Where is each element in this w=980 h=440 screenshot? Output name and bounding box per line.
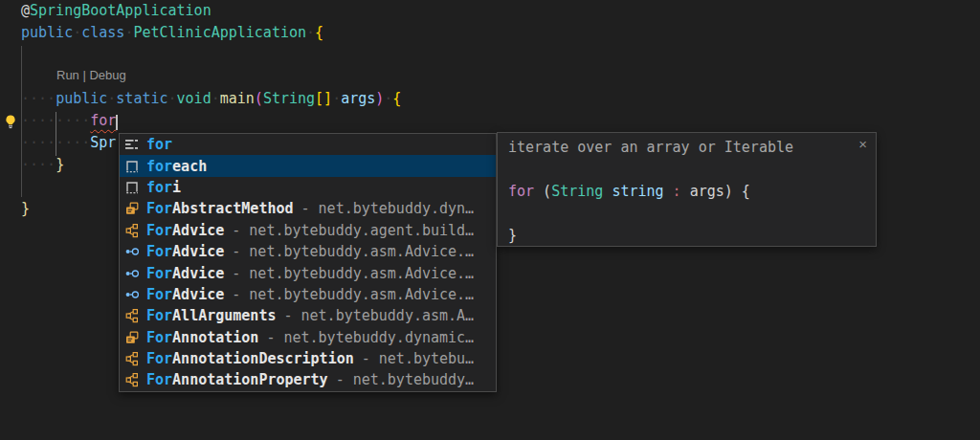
snippet-icon bbox=[124, 159, 140, 174]
suggestion-item[interactable]: ForAnnotation- net.bytebuddy.dynamic… bbox=[120, 327, 496, 348]
code-token: · bbox=[332, 90, 341, 107]
class-icon bbox=[124, 201, 140, 216]
code-token: [] bbox=[315, 90, 332, 107]
suggestion-label: fori bbox=[146, 179, 181, 196]
code-token: static bbox=[116, 90, 167, 107]
suggestion-item[interactable]: ForAnnotationDescription- net.bytebu… bbox=[120, 348, 496, 369]
enum-member-icon bbox=[124, 287, 140, 302]
enum-icon bbox=[124, 308, 140, 323]
suggestion-label: ForAnnotation bbox=[146, 329, 258, 346]
code-token: args bbox=[341, 90, 375, 107]
keyword-icon bbox=[124, 137, 140, 152]
enum-icon bbox=[124, 351, 140, 366]
suggestion-detail: - net.bytebuddy.asm.Advice.… bbox=[232, 243, 474, 260]
snippet-icon bbox=[124, 180, 140, 195]
codelens-separator: | bbox=[79, 68, 90, 82]
code-token: public bbox=[56, 90, 107, 107]
enum-icon bbox=[124, 372, 140, 387]
code-line: @SpringBootApplication bbox=[21, 2, 212, 24]
code-token: @ bbox=[21, 2, 30, 19]
suggestion-label: ForAdvice bbox=[146, 222, 224, 239]
suggestion-item[interactable]: ForAdvice- net.bytebuddy.asm.Advice.… bbox=[120, 262, 496, 283]
lightbulb-icon[interactable] bbox=[3, 114, 18, 129]
class-icon bbox=[124, 330, 140, 345]
enum-member-icon bbox=[124, 266, 140, 281]
code-token: } bbox=[56, 156, 64, 173]
code-token: main bbox=[220, 90, 255, 107]
code-line: public·class·PetClinicApplication·{ bbox=[21, 24, 323, 46]
suggest-list: forforeachforiForAbstractMethod- net.byt… bbox=[120, 134, 496, 391]
code-token: class bbox=[81, 24, 124, 41]
code-token: SpringBootApplication bbox=[30, 2, 212, 19]
code-line: ········Spr bbox=[21, 134, 116, 156]
close-icon[interactable]: × bbox=[858, 137, 867, 152]
suggestion-item[interactable]: fori bbox=[120, 177, 496, 198]
suggestion-detail: - net.bytebuddy.dyn… bbox=[301, 200, 475, 217]
code-line: ····} bbox=[21, 156, 64, 178]
suggestion-item[interactable]: ForAbstractMethod- net.bytebuddy.dyn… bbox=[120, 198, 496, 219]
code-line: ········for bbox=[21, 112, 116, 134]
doc-code-line: } bbox=[508, 225, 851, 247]
codelens-run-link[interactable]: Run bbox=[56, 68, 79, 82]
code-token: Spr bbox=[90, 134, 116, 151]
suggestion-label: ForAllArguments bbox=[146, 307, 276, 324]
suggestion-item[interactable]: foreach bbox=[120, 155, 496, 176]
suggestion-detail: - net.bytebuddy.dynamic… bbox=[266, 329, 474, 346]
enum-icon bbox=[124, 223, 140, 238]
suggestion-label: ForAdvice bbox=[146, 286, 224, 303]
code-token: ( bbox=[255, 90, 263, 107]
code-line: ····public·static·void·main(String[]·arg… bbox=[21, 90, 401, 112]
codelens-line: Run | Debug bbox=[56, 68, 126, 90]
suggest-widget: forforeachforiForAbstractMethod- net.byt… bbox=[119, 133, 497, 392]
suggestion-detail: - net.bytebuddy… bbox=[336, 371, 475, 388]
code-token: { bbox=[315, 24, 323, 41]
code-token: PetClinicApplication bbox=[133, 24, 306, 41]
suggestion-docs-panel: iterate over an array or Iterable for (S… bbox=[497, 132, 877, 247]
code-token: String bbox=[263, 90, 315, 107]
code-token: void bbox=[177, 90, 212, 107]
suggestion-detail: - net.bytebuddy.asm.Advice.… bbox=[232, 265, 474, 282]
doc-description: iterate over an array or Iterable bbox=[508, 137, 851, 159]
suggestion-item[interactable]: ForAnnotationProperty- net.bytebuddy… bbox=[120, 369, 496, 390]
suggestion-label: ForAdvice bbox=[146, 265, 224, 282]
code-editor[interactable]: @SpringBootApplicationpublic·class·PetCl… bbox=[0, 0, 980, 440]
doc-code-preview: for (String string : args) { } bbox=[508, 159, 851, 247]
suggestion-detail: - net.bytebuddy.agent.build… bbox=[232, 222, 474, 239]
suggestion-label: foreach bbox=[146, 158, 207, 175]
code-token: ···· bbox=[21, 156, 56, 173]
code-token: · bbox=[384, 90, 392, 107]
code-token: ···· bbox=[21, 90, 56, 107]
text-cursor bbox=[116, 115, 118, 130]
suggestion-detail: - net.bytebuddy.asm.Advice.… bbox=[232, 286, 474, 303]
code-token: public bbox=[21, 24, 73, 41]
suggestion-item[interactable]: ForAdvice- net.bytebuddy.agent.build… bbox=[120, 220, 496, 241]
suggestion-item[interactable]: ForAdvice- net.bytebuddy.asm.Advice.… bbox=[120, 284, 496, 305]
code-token: · bbox=[168, 90, 177, 107]
code-token: } bbox=[21, 200, 30, 217]
code-token: ) bbox=[375, 90, 384, 107]
doc-code-line bbox=[508, 159, 851, 181]
code-token: · bbox=[212, 90, 220, 107]
code-token: for bbox=[90, 112, 116, 129]
code-token: ········ bbox=[21, 134, 90, 151]
suggestion-item[interactable]: for bbox=[120, 134, 496, 155]
code-token: · bbox=[306, 24, 315, 41]
code-line: } bbox=[21, 200, 30, 222]
doc-code-line bbox=[508, 203, 851, 225]
code-token: · bbox=[107, 90, 116, 107]
code-token: · bbox=[73, 24, 81, 41]
suggestion-detail: - net.bytebuddy.asm.A… bbox=[283, 307, 474, 324]
suggestion-label: ForAdvice bbox=[146, 243, 224, 260]
doc-code-line: for (String string : args) { bbox=[508, 181, 851, 203]
suggestion-label: ForAnnotationDescription bbox=[146, 350, 354, 367]
suggestion-item[interactable]: ForAdvice- net.bytebuddy.asm.Advice.… bbox=[120, 241, 496, 262]
code-token: ········ bbox=[21, 112, 90, 129]
enum-member-icon bbox=[124, 244, 140, 259]
suggestion-label: ForAnnotationProperty bbox=[146, 371, 328, 388]
suggestion-detail: - net.bytebu… bbox=[362, 350, 474, 367]
suggestion-item[interactable]: ForAllArguments- net.bytebuddy.asm.A… bbox=[120, 305, 496, 326]
suggestion-label: for bbox=[146, 136, 172, 153]
code-token: { bbox=[392, 90, 401, 107]
codelens-debug-link[interactable]: Debug bbox=[89, 68, 125, 82]
suggestion-label: ForAbstractMethod bbox=[146, 200, 294, 217]
